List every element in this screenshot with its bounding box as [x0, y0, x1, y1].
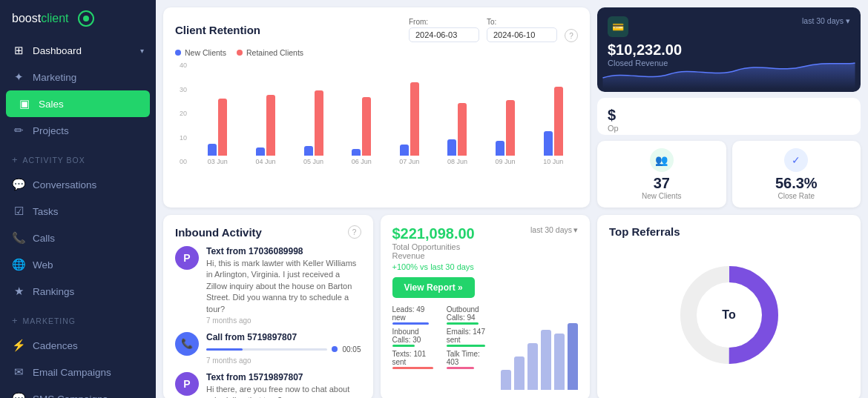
view-report-button[interactable]: View Report » [392, 277, 475, 298]
opps-amount: $221,098.00 [392, 225, 493, 242]
stat-bar [392, 367, 433, 369]
info-icon[interactable]: ? [565, 29, 578, 42]
retention-title: Client Retention [175, 24, 260, 36]
tasks-icon: ☑ [12, 205, 25, 218]
opps-revenue-card: $ Op [597, 98, 861, 135]
new-bar [496, 141, 504, 156]
stat-label: Emails: 147 sent [447, 328, 492, 344]
wave-chart [597, 52, 861, 92]
page-layout: boostclient ⊞ Dashboard ▾ ✦ Marketing [0, 0, 868, 398]
sidebar-item-projects[interactable]: ✏ Projects [0, 117, 156, 144]
sms-icon: 💬 [12, 392, 25, 398]
mini-bar [527, 343, 538, 390]
new-bar [304, 146, 313, 156]
sales-icon: ▣ [18, 97, 31, 110]
activity-list: P Text from 17036089998 Hi, this is mark… [175, 246, 361, 398]
calls-icon: 📞 [12, 231, 25, 245]
chart-area: 40 30 20 10 00 03 Jun04 Jun05 Jun06 Jun0… [175, 62, 578, 165]
referrals-total-label: To [722, 308, 735, 322]
inbound-activity-card: Inbound Activity ? P Text from 170360899… [163, 215, 373, 398]
sidebar-item-web[interactable]: 🌐 Web [0, 251, 156, 278]
from-label: From: [409, 18, 479, 26]
logo-client: client [41, 12, 68, 24]
stats-line: Leads: 49 new [392, 305, 438, 325]
logo-boost: boost [12, 12, 41, 24]
audio-player: 00:05 [206, 345, 361, 354]
activity-title: Text from 15719897807 [206, 372, 361, 382]
opps-label-partial: Op [608, 124, 850, 133]
chart-legend: New Clients Retained Clients [175, 48, 578, 57]
sidebar-item-email-campaigns[interactable]: ✉ Email Campaigns [0, 359, 156, 385]
mini-bar [514, 356, 525, 390]
donut-chart: To [677, 263, 781, 367]
new-clients-label: New Clients [605, 192, 719, 200]
new-clients-number: 37 [605, 175, 719, 192]
new-bar [208, 144, 217, 156]
dashboard-icon: ⊞ [12, 44, 25, 57]
retained-bar [410, 82, 419, 156]
sidebar-item-tasks[interactable]: ☑ Tasks [0, 198, 156, 225]
close-rate-stat: ✓ 56.3% Close Rate [732, 141, 861, 208]
sidebar-item-conversations[interactable]: 💬 Conversations [0, 171, 156, 198]
bar-group: 06 Jun [340, 97, 384, 165]
to-label: To: [487, 18, 557, 26]
legend-retained: Retained Clients [237, 48, 303, 57]
sidebar-item-sales[interactable]: ▣ Sales [6, 90, 150, 117]
marketing-icon: ✦ [12, 70, 25, 84]
mini-bar-chart [501, 323, 578, 390]
new-bar [447, 139, 456, 156]
inbound-info-icon[interactable]: ? [348, 225, 361, 239]
mini-bar [554, 334, 565, 391]
sidebar-item-label: Calls [33, 233, 55, 244]
marketing-section-label: MARKETING [0, 308, 156, 329]
main-area: Client Retention From: To: ? New C [156, 0, 868, 398]
sidebar-item-label: Marketing [33, 72, 76, 83]
opps-amount-partial: $ [608, 107, 850, 124]
web-icon: 🌐 [12, 258, 25, 271]
to-date-input[interactable] [487, 27, 557, 42]
bar-group: 03 Jun [196, 99, 240, 165]
client-retention-card: Client Retention From: To: ? New C [163, 7, 590, 208]
sidebar-item-dashboard[interactable]: ⊞ Dashboard ▾ [0, 37, 156, 64]
sidebar-item-label: Projects [33, 125, 69, 136]
sidebar-item-label: Conversations [33, 179, 96, 190]
sidebar-item-calls[interactable]: 📞 Calls [0, 225, 156, 251]
sidebar-item-marketing[interactable]: ✦ Marketing [0, 64, 156, 90]
main-nav-group: ⊞ Dashboard ▾ ✦ Marketing ▣ Sales ✏ Proj… [0, 34, 156, 147]
sidebar-item-sms-campaigns[interactable]: 💬 SMS Campaigns [0, 385, 156, 398]
avatar: P [175, 246, 199, 270]
sidebar-item-label: Email Campaigns [33, 367, 111, 378]
audio-progress-bar [206, 348, 327, 351]
new-clients-stat: 👥 37 New Clients [597, 141, 726, 208]
conversations-icon: 💬 [12, 178, 25, 191]
sidebar-item-label: SMS Campaigns [33, 394, 108, 399]
audio-dot [332, 346, 338, 352]
list-item: 📞 Call from 5719897807 00:05 7 months ag… [175, 332, 361, 365]
bar-group: 07 Jun [388, 82, 432, 165]
sm-stats-row: 👥 37 New Clients ✓ 56.3% Close Rate [597, 141, 861, 208]
close-rate-label: Close Rate [740, 192, 854, 200]
sidebar-item-cadences[interactable]: ⚡ Cadences [0, 332, 156, 359]
retained-bar [362, 97, 371, 156]
avatar: 📞 [175, 332, 199, 356]
logo-icon [78, 10, 94, 27]
revenue-icon: 💳 [608, 16, 628, 37]
stat-bar [447, 322, 479, 325]
activity-title: Call from 5719897807 [206, 332, 361, 342]
new-bar [400, 145, 409, 156]
opps-period: last 30 days ▾ [530, 225, 578, 234]
mini-bar [501, 370, 511, 390]
rankings-icon: ★ [12, 285, 25, 298]
stat-bar [392, 322, 429, 325]
stat-label: Texts: 101 sent [392, 350, 438, 366]
logo-text: boostclient [12, 12, 69, 25]
list-item: P Text from 15719897807 Hi there, are yo… [175, 372, 361, 398]
list-item: P Text from 17036089998 Hi, this is mark… [175, 246, 361, 325]
sidebar-item-rankings[interactable]: ★ Rankings [0, 278, 156, 305]
legend-new: New Clients [175, 48, 226, 57]
top-referrals-card: Top Referrals To [597, 215, 861, 398]
sidebar-item-label: Cadences [33, 340, 78, 351]
chevron-down-icon: ▾ [573, 225, 578, 234]
from-date-input[interactable] [409, 27, 479, 42]
retained-bar [554, 87, 563, 156]
